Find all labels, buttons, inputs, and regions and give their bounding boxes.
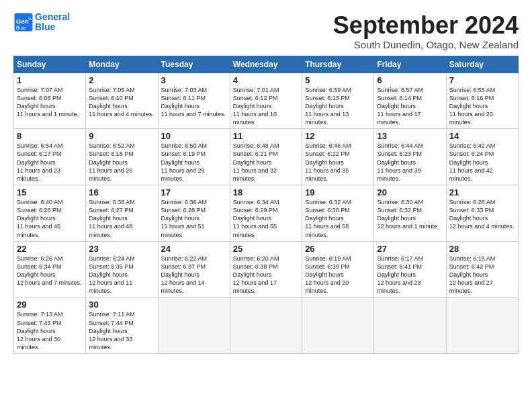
cell-info: Sunrise: 7:03 AMSunset: 6:11 PMDaylight … (161, 86, 227, 119)
cell-info: Sunrise: 6:26 AMSunset: 6:34 PMDaylight … (17, 255, 83, 287)
day-number: 19 (305, 187, 371, 197)
calendar-cell: 1Sunrise: 7:07 AMSunset: 6:08 PMDaylight… (14, 73, 86, 129)
calendar-week-row: 15Sunrise: 6:40 AMSunset: 6:26 PMDayligh… (14, 185, 519, 242)
day-number: 13 (377, 131, 443, 141)
day-number: 14 (449, 131, 515, 141)
day-number: 3 (161, 75, 227, 85)
cell-info: Sunrise: 7:07 AMSunset: 6:08 PMDaylight … (17, 86, 83, 119)
day-number: 11 (233, 131, 299, 141)
day-number: 1 (17, 75, 83, 85)
calendar-cell: 14Sunrise: 6:42 AMSunset: 6:24 PMDayligh… (446, 129, 518, 185)
cell-info: Sunrise: 6:32 AMSunset: 6:30 PMDaylight … (305, 198, 371, 239)
calendar-cell (158, 298, 230, 354)
cell-info: Sunrise: 7:11 AMSunset: 7:44 PMDaylight … (89, 310, 154, 351)
title-area: September 2024 South Dunedin, Otago, New… (333, 12, 519, 50)
calendar-cell: 11Sunrise: 6:48 AMSunset: 6:21 PMDayligh… (230, 129, 302, 185)
calendar-cell: 22Sunrise: 6:26 AMSunset: 6:34 PMDayligh… (14, 241, 86, 298)
calendar-cell (302, 298, 374, 354)
calendar-cell (374, 298, 446, 354)
day-number: 10 (161, 131, 227, 141)
calendar-cell: 25Sunrise: 6:20 AMSunset: 6:38 PMDayligh… (230, 241, 302, 298)
day-number: 27 (377, 244, 443, 254)
cell-info: Sunrise: 6:36 AMSunset: 6:28 PMDaylight … (161, 198, 227, 239)
cell-info: Sunrise: 6:15 AMSunset: 6:42 PMDaylight … (449, 255, 515, 295)
day-number: 15 (17, 187, 83, 197)
calendar-cell: 2Sunrise: 7:05 AMSunset: 6:10 PMDaylight… (86, 73, 158, 129)
calendar-cell: 28Sunrise: 6:15 AMSunset: 6:42 PMDayligh… (446, 241, 518, 298)
logo-text: General Blue (35, 12, 70, 33)
th-monday: Monday (86, 56, 158, 73)
day-number: 23 (89, 244, 154, 254)
day-number: 9 (89, 131, 154, 141)
calendar-cell: 3Sunrise: 7:03 AMSunset: 6:11 PMDaylight… (158, 73, 230, 129)
calendar-cell: 13Sunrise: 6:44 AMSunset: 6:23 PMDayligh… (374, 129, 446, 185)
day-number: 4 (233, 75, 299, 85)
cell-info: Sunrise: 6:42 AMSunset: 6:24 PMDaylight … (449, 142, 515, 183)
location-title: South Dunedin, Otago, New Zealand (333, 39, 519, 50)
page: Gen Blue General Blue September 2024 Sou… (0, 0, 532, 411)
cell-info: Sunrise: 6:19 AMSunset: 6:39 PMDaylight … (305, 255, 371, 295)
cell-info: Sunrise: 6:22 AMSunset: 6:37 PMDaylight … (161, 255, 227, 295)
cell-info: Sunrise: 7:01 AMSunset: 6:12 PMDaylight … (233, 86, 299, 127)
cell-info: Sunrise: 6:38 AMSunset: 6:27 PMDaylight … (89, 198, 154, 239)
calendar-cell: 16Sunrise: 6:38 AMSunset: 6:27 PMDayligh… (86, 185, 158, 242)
day-number: 22 (17, 244, 83, 254)
cell-info: Sunrise: 6:40 AMSunset: 6:26 PMDaylight … (17, 198, 83, 239)
cell-info: Sunrise: 7:05 AMSunset: 6:10 PMDaylight … (89, 86, 154, 119)
day-number: 5 (305, 75, 371, 85)
calendar-cell: 27Sunrise: 6:17 AMSunset: 6:41 PMDayligh… (374, 241, 446, 298)
th-saturday: Saturday (446, 56, 518, 73)
th-tuesday: Tuesday (158, 56, 230, 73)
day-number: 18 (233, 187, 299, 197)
day-number: 21 (449, 187, 515, 197)
calendar-cell: 24Sunrise: 6:22 AMSunset: 6:37 PMDayligh… (158, 241, 230, 298)
day-number: 26 (305, 244, 371, 254)
calendar-cell: 30Sunrise: 7:11 AMSunset: 7:44 PMDayligh… (86, 298, 158, 354)
calendar-cell: 26Sunrise: 6:19 AMSunset: 6:39 PMDayligh… (302, 241, 374, 298)
cell-info: Sunrise: 6:57 AMSunset: 6:14 PMDaylight … (377, 86, 443, 127)
calendar-cell (446, 298, 518, 354)
calendar-cell: 23Sunrise: 6:24 AMSunset: 6:35 PMDayligh… (86, 241, 158, 298)
cell-info: Sunrise: 7:13 AMSunset: 7:43 PMDaylight … (17, 310, 83, 351)
calendar-cell: 9Sunrise: 6:52 AMSunset: 6:18 PMDaylight… (86, 129, 158, 185)
calendar-cell: 10Sunrise: 6:50 AMSunset: 6:19 PMDayligh… (158, 129, 230, 185)
th-sunday: Sunday (14, 56, 86, 73)
day-number: 6 (377, 75, 443, 85)
day-number: 8 (17, 131, 83, 141)
calendar-cell: 29Sunrise: 7:13 AMSunset: 7:43 PMDayligh… (14, 298, 86, 354)
calendar-cell: 5Sunrise: 6:59 AMSunset: 6:13 PMDaylight… (302, 73, 374, 129)
day-number: 12 (305, 131, 371, 141)
logo-area: Gen Blue General Blue (13, 12, 70, 33)
day-number: 20 (377, 187, 443, 197)
day-number: 29 (17, 300, 83, 310)
cell-info: Sunrise: 6:55 AMSunset: 6:16 PMDaylight … (449, 86, 515, 127)
header-row: Sunday Monday Tuesday Wednesday Thursday… (14, 56, 519, 73)
day-number: 2 (89, 75, 154, 85)
calendar-week-row: 1Sunrise: 7:07 AMSunset: 6:08 PMDaylight… (14, 73, 519, 129)
cell-info: Sunrise: 6:59 AMSunset: 6:13 PMDaylight … (305, 86, 371, 127)
day-number: 28 (449, 244, 515, 254)
calendar-cell: 12Sunrise: 6:46 AMSunset: 6:22 PMDayligh… (302, 129, 374, 185)
th-thursday: Thursday (302, 56, 374, 73)
svg-text:Gen: Gen (16, 17, 29, 25)
calendar-cell: 20Sunrise: 6:30 AMSunset: 6:32 PMDayligh… (374, 185, 446, 242)
day-number: 25 (233, 244, 299, 254)
calendar-cell: 8Sunrise: 6:54 AMSunset: 6:17 PMDaylight… (14, 129, 86, 185)
th-friday: Friday (374, 56, 446, 73)
calendar-cell (230, 298, 302, 354)
svg-text:Blue: Blue (16, 25, 26, 31)
cell-info: Sunrise: 6:28 AMSunset: 6:33 PMDaylight … (449, 198, 515, 231)
day-number: 17 (161, 187, 227, 197)
cell-info: Sunrise: 6:24 AMSunset: 6:35 PMDaylight … (89, 255, 154, 295)
calendar-cell: 6Sunrise: 6:57 AMSunset: 6:14 PMDaylight… (374, 73, 446, 129)
month-title: September 2024 (333, 12, 519, 39)
cell-info: Sunrise: 6:50 AMSunset: 6:19 PMDaylight … (161, 142, 227, 183)
day-number: 16 (89, 187, 154, 197)
cell-info: Sunrise: 6:30 AMSunset: 6:32 PMDaylight … (377, 198, 443, 231)
calendar-week-row: 29Sunrise: 7:13 AMSunset: 7:43 PMDayligh… (14, 298, 519, 354)
cell-info: Sunrise: 6:20 AMSunset: 6:38 PMDaylight … (233, 255, 299, 295)
calendar-cell: 21Sunrise: 6:28 AMSunset: 6:33 PMDayligh… (446, 185, 518, 242)
cell-info: Sunrise: 6:54 AMSunset: 6:17 PMDaylight … (17, 142, 83, 183)
calendar-cell: 19Sunrise: 6:32 AMSunset: 6:30 PMDayligh… (302, 185, 374, 242)
day-number: 30 (89, 300, 154, 310)
